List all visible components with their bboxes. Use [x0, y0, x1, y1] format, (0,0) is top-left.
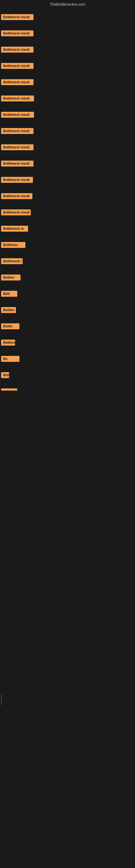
bottleneck-row-22: Bo: [0, 349, 135, 366]
bottleneck-row-14: Bottleneck re: [0, 219, 135, 236]
bottleneck-row-23: Bottler: [0, 366, 135, 382]
bottleneck-badge-14[interactable]: Bottleneck re: [1, 226, 28, 231]
bottleneck-row-8: Bottleneck result: [0, 122, 135, 138]
bottleneck-row-24: [0, 382, 135, 394]
bottleneck-row-5: Bottleneck result: [0, 73, 135, 89]
empty-section: [0, 394, 135, 557]
bottleneck-badge-7[interactable]: Bottleneck result: [1, 112, 34, 118]
bottleneck-badge-11[interactable]: Bottleneck result: [1, 177, 33, 183]
bottleneck-row-11: Bottleneck result: [0, 170, 135, 187]
bottleneck-row-21: Bottlenec: [0, 333, 135, 349]
bottleneck-badge-12[interactable]: Bottleneck result: [1, 193, 32, 199]
bottleneck-row-1: Bottleneck result: [0, 8, 135, 24]
bottleneck-row-9: Bottleneck result: [0, 138, 135, 154]
bottleneck-row-2: Bottleneck result: [0, 24, 135, 40]
bottleneck-badge-21[interactable]: Bottlenec: [1, 340, 15, 346]
bottleneck-row-19: Bottlen: [0, 301, 135, 317]
bottleneck-row-6: Bottleneck result: [0, 89, 135, 105]
bottleneck-row-17: Bottlen: [0, 268, 135, 284]
bottleneck-badge-24[interactable]: [1, 389, 17, 391]
bottleneck-row-20: Bottle: [0, 317, 135, 333]
site-title: TheBottlenecker.com: [50, 2, 85, 6]
bottleneck-badge-22[interactable]: Bo: [1, 356, 19, 362]
bottleneck-badge-20[interactable]: Bottle: [1, 323, 19, 329]
bottleneck-badge-8[interactable]: Bottleneck result: [1, 128, 34, 134]
bottleneck-row-3: Bottleneck result: [0, 40, 135, 56]
bottleneck-badge-6[interactable]: Bottleneck result: [1, 95, 34, 101]
bottleneck-badge-18[interactable]: Bott: [1, 291, 17, 297]
bottleneck-row-15: Bottlenec: [0, 236, 135, 252]
bottleneck-row-7: Bottleneck result: [0, 105, 135, 122]
bottleneck-badge-1[interactable]: Bottleneck result: [1, 14, 34, 20]
bottleneck-badge-3[interactable]: Bottleneck result: [1, 46, 34, 53]
bottleneck-badge-19[interactable]: Bottlen: [1, 307, 16, 313]
bottleneck-badge-4[interactable]: Bottleneck result: [1, 63, 34, 69]
bottleneck-row-16: Bottleneck r: [0, 252, 135, 268]
bottleneck-badge-2[interactable]: Bottleneck result: [1, 30, 34, 36]
bottleneck-badge-13[interactable]: Bottleneck result: [1, 209, 31, 215]
bottleneck-row-18: Bott: [0, 284, 135, 301]
bottleneck-badge-10[interactable]: Bottleneck result: [1, 161, 34, 166]
bottleneck-badge-16[interactable]: Bottleneck r: [1, 258, 23, 264]
bottleneck-badge-23[interactable]: Bottler: [1, 372, 9, 378]
bottleneck-row-13: Bottleneck result: [0, 203, 135, 219]
bottleneck-row-4: Bottleneck result: [0, 56, 135, 73]
site-header: TheBottlenecker.com: [0, 0, 135, 8]
bottleneck-badge-9[interactable]: Bottleneck result: [1, 144, 34, 150]
bottleneck-row-12: Bottleneck result: [0, 187, 135, 203]
bottleneck-badge-5[interactable]: Bottleneck result: [1, 79, 34, 85]
bottom-line-indicator: [1, 694, 2, 705]
bottleneck-badge-15[interactable]: Bottlenec: [1, 242, 26, 248]
rows-container: Bottleneck resultBottleneck resultBottle…: [0, 8, 135, 394]
bottleneck-badge-17[interactable]: Bottlen: [1, 275, 20, 280]
bottleneck-row-10: Bottleneck result: [0, 154, 135, 170]
